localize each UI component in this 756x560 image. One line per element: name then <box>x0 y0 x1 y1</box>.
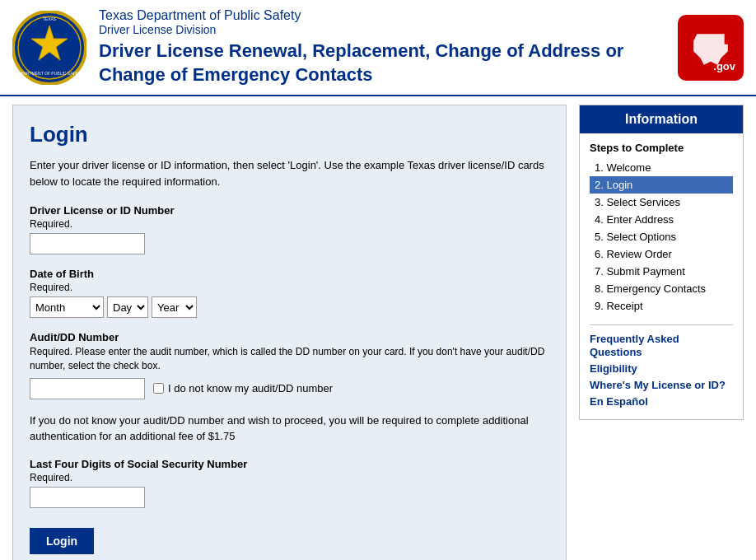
step-item-2[interactable]: 2. Login <box>590 176 733 194</box>
dob-required: Required. <box>30 282 549 293</box>
step-item-8[interactable]: 8. Emergency Contacts <box>590 280 733 297</box>
agency-name: Texas Department of Public Safety <box>99 8 670 23</box>
step-item-3[interactable]: 3. Select Services <box>590 194 733 211</box>
step-item-7[interactable]: 7. Submit Payment <box>590 263 733 280</box>
agency-logo: DEPARTMENT OF PUBLIC SAFETY TEXAS <box>12 11 86 85</box>
gov-label: .gov <box>713 60 735 72</box>
info-header: Information <box>580 105 743 133</box>
audit-input[interactable] <box>30 378 145 399</box>
sidebar-link[interactable]: Frequently Asked Questions <box>590 332 733 358</box>
dl-input[interactable] <box>30 233 145 254</box>
page-title: Driver License Renewal, Replacement, Cha… <box>99 40 670 86</box>
audit-checkbox[interactable] <box>153 383 164 394</box>
dob-label: Date of Birth <box>30 268 549 280</box>
info-box: Information Steps to Complete 1. Welcome… <box>579 105 744 420</box>
right-sidebar: Information Steps to Complete 1. Welcome… <box>579 105 744 560</box>
login-panel: Login Enter your driver license or ID in… <box>12 105 567 560</box>
sidebar-divider <box>590 324 733 325</box>
year-select[interactable]: Year192019301940195019601970198019902000… <box>152 296 197 318</box>
login-title: Login <box>30 122 549 147</box>
audit-label: Audit/DD Number <box>30 331 549 343</box>
audit-group: Audit/DD Number Required. Please enter t… <box>30 331 549 399</box>
login-button[interactable]: Login <box>30 528 94 554</box>
audit-note: If you do not know your audit/DD number … <box>30 413 549 445</box>
audit-checkbox-label[interactable]: I do not know my audit/DD number <box>153 382 333 394</box>
audit-description: Required. Please enter the audit number,… <box>30 345 549 373</box>
dl-number-group: Driver License or ID Number Required. <box>30 204 549 254</box>
svg-text:DEPARTMENT OF PUBLIC SAFETY: DEPARTMENT OF PUBLIC SAFETY <box>16 71 84 76</box>
sidebar-links: Frequently Asked QuestionsEligibilityWhe… <box>590 332 733 408</box>
ssn-required: Required. <box>30 472 549 483</box>
sidebar-link[interactable]: Where's My License or ID? <box>590 378 733 391</box>
division-name: Driver License Division <box>99 23 670 36</box>
sidebar-link-anchor[interactable]: Eligibility <box>590 362 637 375</box>
audit-row: I do not know my audit/DD number <box>30 378 549 399</box>
sidebar-link-anchor[interactable]: Frequently Asked Questions <box>590 333 679 358</box>
steps-heading: Steps to Complete <box>590 142 733 154</box>
svg-text:TEXAS: TEXAS <box>43 16 57 21</box>
sidebar-link[interactable]: Eligibility <box>590 362 733 375</box>
intro-text: Enter your driver license or ID informat… <box>30 157 549 189</box>
main-container: Login Enter your driver license or ID in… <box>0 96 756 560</box>
step-item-6[interactable]: 6. Review Order <box>590 245 733 263</box>
sidebar-link-anchor[interactable]: En Español <box>590 395 648 408</box>
dob-group: Date of Birth Required. MonthJanuaryFebr… <box>30 268 549 318</box>
page-header: DEPARTMENT OF PUBLIC SAFETY TEXAS Texas … <box>0 0 756 96</box>
gov-badge: .gov <box>678 15 744 81</box>
step-item-9[interactable]: 9. Receipt <box>590 297 733 315</box>
step-item-4[interactable]: 4. Enter Address <box>590 211 733 228</box>
ssn-group: Last Four Digits of Social Security Numb… <box>30 458 549 508</box>
audit-checkbox-text: I do not know my audit/DD number <box>168 382 333 394</box>
dl-required: Required. <box>30 218 549 230</box>
steps-list: 1. Welcome2. Login3. Select Services4. E… <box>590 159 733 315</box>
dl-label: Driver License or ID Number <box>30 204 549 217</box>
sidebar-link-anchor[interactable]: Where's My License or ID? <box>590 379 726 391</box>
ssn-input[interactable] <box>30 487 145 508</box>
day-select[interactable]: Day1234567891011121314151617181920212223… <box>107 296 148 318</box>
header-text-block: Texas Department of Public Safety Driver… <box>99 8 670 86</box>
sidebar-link[interactable]: En Español <box>590 394 733 408</box>
month-select[interactable]: MonthJanuaryFebruaryMarchAprilMayJuneJul… <box>30 296 104 318</box>
dob-selects: MonthJanuaryFebruaryMarchAprilMayJuneJul… <box>30 296 549 318</box>
step-item-1[interactable]: 1. Welcome <box>590 159 733 176</box>
ssn-label: Last Four Digits of Social Security Numb… <box>30 458 549 470</box>
info-body: Steps to Complete 1. Welcome2. Login3. S… <box>580 133 743 419</box>
step-item-5[interactable]: 5. Select Options <box>590 228 733 245</box>
